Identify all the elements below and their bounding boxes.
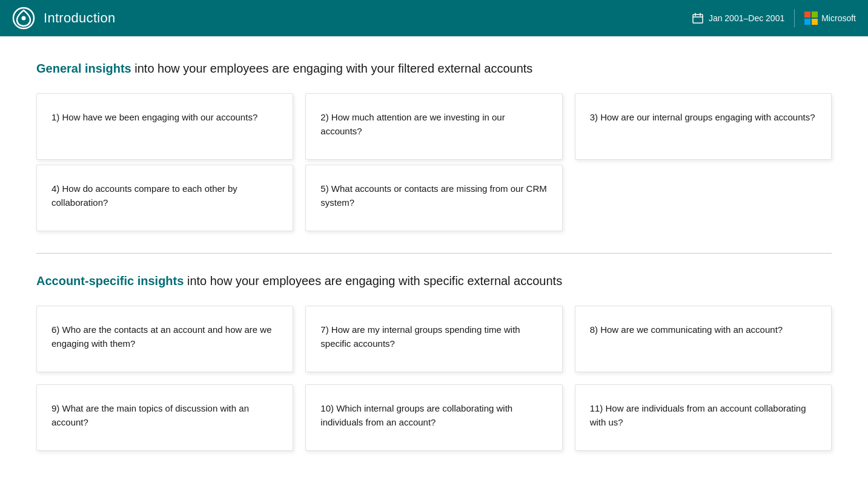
app-logo-icon bbox=[12, 7, 35, 30]
card-5-text: 5) What accounts or contacts are missing… bbox=[320, 182, 547, 209]
ms-square-red bbox=[804, 11, 810, 18]
date-range: Jan 2001–Dec 2001 bbox=[692, 12, 784, 24]
card-1[interactable]: 1) How have we been engaging with our ac… bbox=[36, 93, 293, 160]
card-4[interactable]: 4) How do accounts compare to each other… bbox=[36, 165, 293, 231]
card-6-text: 6) Who are the contacts at an account an… bbox=[51, 323, 278, 350]
card-11-text: 11) How are individuals from an account … bbox=[590, 402, 817, 429]
card-7-text: 7) How are my internal groups spending t… bbox=[320, 323, 547, 350]
general-cards-row2: 4) How do accounts compare to each other… bbox=[36, 165, 832, 231]
account-heading-rest: into how your employees are engaging wit… bbox=[184, 274, 562, 287]
ms-square-yellow bbox=[812, 19, 818, 25]
general-insights-heading: General insights into how your employees… bbox=[36, 61, 832, 76]
card-6[interactable]: 6) Who are the contacts at an account an… bbox=[36, 306, 293, 372]
card-3-text: 3) How are our internal groups engaging … bbox=[590, 111, 815, 125]
account-insights-section: Account-specific insights into how your … bbox=[36, 273, 832, 451]
account-cards-row1: 6) Who are the contacts at an account an… bbox=[36, 306, 832, 372]
card-5[interactable]: 5) What accounts or contacts are missing… bbox=[305, 165, 562, 231]
card-9-text: 9) What are the main topics of discussio… bbox=[51, 402, 278, 429]
account-cards-row2: 9) What are the main topics of discussio… bbox=[36, 384, 832, 451]
calendar-icon bbox=[692, 12, 704, 24]
general-cards-row1: 1) How have we been engaging with our ac… bbox=[36, 93, 832, 160]
card-2-text: 2) How much attention are we investing i… bbox=[320, 111, 547, 138]
microsoft-label: Microsoft bbox=[821, 13, 856, 23]
card-3[interactable]: 3) How are our internal groups engaging … bbox=[575, 93, 832, 160]
general-heading-rest: into how your employees are engaging wit… bbox=[131, 62, 533, 75]
app-header: Introduction Jan 2001–Dec 2001 Mi bbox=[0, 0, 868, 36]
date-range-label: Jan 2001–Dec 2001 bbox=[709, 13, 784, 23]
card-2[interactable]: 2) How much attention are we investing i… bbox=[305, 93, 562, 160]
section-divider bbox=[36, 253, 832, 254]
header-title: Introduction bbox=[44, 10, 116, 26]
microsoft-squares-icon bbox=[804, 11, 818, 25]
card-10-text: 10) Which internal groups are collaborat… bbox=[320, 402, 547, 429]
header-divider bbox=[794, 9, 795, 27]
ms-square-blue bbox=[804, 19, 810, 25]
card-empty-placeholder bbox=[575, 165, 832, 231]
card-7[interactable]: 7) How are my internal groups spending t… bbox=[305, 306, 562, 372]
header-right: Jan 2001–Dec 2001 Microsoft bbox=[692, 9, 856, 27]
card-4-text: 4) How do accounts compare to each other… bbox=[51, 182, 278, 209]
card-11[interactable]: 11) How are individuals from an account … bbox=[575, 384, 832, 451]
general-insights-section: General insights into how your employees… bbox=[36, 61, 832, 231]
main-content: General insights into how your employees… bbox=[0, 36, 868, 486]
account-insights-heading: Account-specific insights into how your … bbox=[36, 273, 832, 289]
header-left: Introduction bbox=[12, 7, 116, 30]
svg-point-1 bbox=[22, 16, 26, 21]
general-heading-highlight: General insights bbox=[36, 62, 131, 75]
card-8[interactable]: 8) How are we communicating with an acco… bbox=[575, 306, 832, 372]
account-heading-highlight: Account-specific insights bbox=[36, 274, 184, 287]
card-9[interactable]: 9) What are the main topics of discussio… bbox=[36, 384, 293, 451]
ms-square-green bbox=[812, 11, 818, 18]
card-10[interactable]: 10) Which internal groups are collaborat… bbox=[305, 384, 562, 451]
microsoft-branding: Microsoft bbox=[804, 11, 856, 25]
svg-rect-2 bbox=[693, 15, 703, 23]
card-1-text: 1) How have we been engaging with our ac… bbox=[51, 111, 257, 125]
card-8-text: 8) How are we communicating with an acco… bbox=[590, 323, 783, 337]
